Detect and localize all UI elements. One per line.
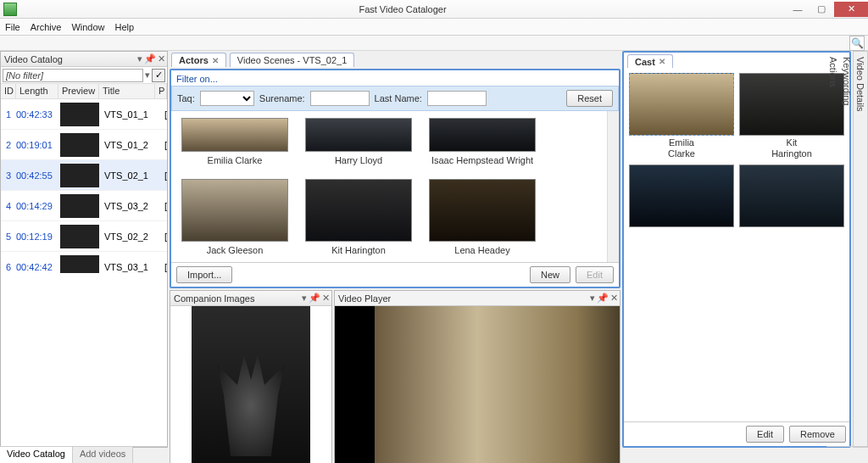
cast-thumb: [629, 73, 734, 136]
poster: GAME OF THRONES YOU WIN OR YOU DIE: [192, 306, 310, 463]
surename-input[interactable]: [310, 91, 370, 106]
reset-button[interactable]: Reset: [566, 90, 613, 107]
tab-actors[interactable]: Actors✕: [171, 53, 226, 67]
panel-dropdown-icon[interactable]: ▾: [590, 293, 595, 304]
edit-button[interactable]: Edit: [576, 266, 614, 283]
catalog-row[interactable]: 300:42:55VTS_02_1[: [1, 160, 167, 191]
window-controls: — ▢ ✕: [785, 2, 868, 17]
throne-icon: [217, 354, 285, 456]
companion-images-panel: Companion Images ▾📌✕ GAME OF THRONES YOU…: [170, 290, 332, 463]
thumb-icon: [60, 255, 99, 274]
side-tab-actions[interactable]: Actions: [826, 52, 840, 447]
thumb-icon: [60, 164, 99, 187]
actor-grid-row2: Jack Gleeson Kit Harington Lena Headey: [171, 172, 607, 262]
catalog-row[interactable]: 600:42:42VTS_03_1[: [1, 252, 167, 273]
cast-card[interactable]: EmiliaClarke: [629, 73, 734, 159]
search-icon[interactable]: 🔍: [849, 36, 865, 51]
close-icon[interactable]: ✕: [212, 56, 219, 65]
side-tab-keywording[interactable]: Keywording: [840, 52, 854, 447]
cast-grid: EmiliaClarke KitHarington: [624, 68, 849, 421]
col-id[interactable]: ID: [1, 84, 16, 98]
filter-on-label: Filter on...: [176, 74, 218, 84]
tab-cast[interactable]: Cast✕: [627, 54, 673, 68]
close-button[interactable]: ✕: [834, 2, 868, 17]
menubar: File Archive Window Help: [0, 19, 868, 36]
actor-thumb: [305, 179, 412, 242]
col-p[interactable]: P: [155, 84, 167, 98]
actor-card[interactable]: Jack Gleeson: [181, 179, 288, 255]
col-preview[interactable]: Preview: [58, 84, 99, 98]
side-tab-video-details[interactable]: Video Details: [854, 52, 867, 447]
tag-select[interactable]: [200, 91, 254, 106]
catalog-row[interactable]: 100:42:33VTS_01_1[: [1, 99, 167, 130]
catalog-row[interactable]: 500:12:19VTS_02_2[: [1, 221, 167, 252]
actor-card[interactable]: Harry Lloyd: [305, 118, 412, 165]
cast-panel: Cast✕ EmiliaClarke KitHarington Edit Rem…: [622, 51, 851, 448]
thumb-icon: [60, 133, 99, 157]
actor-card[interactable]: Lena Headey: [429, 179, 536, 255]
panel-pin-icon[interactable]: 📌: [309, 293, 320, 304]
panel-pin-icon[interactable]: 📌: [144, 53, 156, 64]
toolbar: 🔍: [0, 36, 868, 51]
tag-label: Taq:: [177, 93, 195, 103]
center-column: Actors✕ Video Scenes - VTS_02_1 Filter o…: [168, 51, 622, 448]
catalog-row[interactable]: 400:14:29VTS_03_2[: [1, 191, 167, 221]
left-bottom-tabs: Video Catalog Add videos: [0, 446, 168, 463]
companion-header: Companion Images ▾📌✕: [170, 291, 331, 306]
import-button[interactable]: Import...: [176, 266, 232, 283]
titlebar: Fast Video Cataloger — ▢ ✕: [0, 0, 868, 19]
col-title[interactable]: Title: [99, 84, 155, 98]
cast-edit-button[interactable]: Edit: [746, 426, 784, 443]
actors-panel: Filter on... Taq: Surename: Last Name: R…: [170, 69, 620, 288]
menu-window[interactable]: Window: [71, 22, 104, 32]
player-canvas[interactable]: [335, 306, 620, 463]
panel-dropdown-icon[interactable]: ▾: [137, 53, 142, 64]
actor-card[interactable]: Isaac Hempstead Wright: [429, 118, 536, 165]
workspace: Video Catalog ▾ 📌 ✕ ▾ ✓ ID Length Previe…: [0, 51, 868, 448]
actor-thumb: [181, 118, 288, 152]
catalog-row[interactable]: 200:19:01VTS_01_2[: [1, 130, 167, 160]
maximize-button[interactable]: ▢: [810, 2, 832, 17]
center-tabs: Actors✕ Video Scenes - VTS_02_1: [170, 51, 620, 67]
panel-close-icon[interactable]: ✕: [158, 53, 165, 64]
menu-file[interactable]: File: [5, 22, 20, 32]
panel-dropdown-icon[interactable]: ▾: [302, 293, 307, 304]
actor-thumb: [305, 118, 412, 152]
actors-scrollbar[interactable]: [607, 111, 619, 262]
catalog-rows: 100:42:33VTS_01_1[ 200:19:01VTS_01_2[ 30…: [1, 99, 167, 273]
panel-close-icon[interactable]: ✕: [610, 293, 618, 304]
panel-close-icon[interactable]: ✕: [322, 293, 330, 304]
menu-help[interactable]: Help: [115, 22, 135, 32]
minimize-button[interactable]: —: [787, 2, 809, 17]
companion-image[interactable]: GAME OF THRONES YOU WIN OR YOU DIE: [170, 306, 331, 463]
thumb-icon: [60, 225, 99, 248]
panel-pin-icon[interactable]: 📌: [597, 293, 609, 304]
actor-thumb: [429, 179, 536, 242]
surename-label: Surename:: [259, 93, 305, 103]
filter-toggle-button[interactable]: ✓: [152, 69, 165, 82]
cast-card[interactable]: [629, 165, 734, 227]
catalog-filter-input[interactable]: [3, 69, 143, 82]
player-header: Video Player ▾📌✕: [335, 291, 620, 306]
new-button[interactable]: New: [530, 266, 570, 283]
chevron-down-icon[interactable]: ▾: [145, 70, 150, 81]
right-column: Cast✕ EmiliaClarke KitHarington Edit Rem…: [622, 51, 868, 448]
lower-row: Companion Images ▾📌✕ GAME OF THRONES YOU…: [170, 290, 620, 463]
tab-add-videos[interactable]: Add videos: [73, 447, 133, 463]
catalog-header: Video Catalog ▾ 📌 ✕: [1, 52, 167, 67]
close-icon[interactable]: ✕: [659, 57, 665, 66]
cast-footer: Edit Remove: [624, 421, 849, 446]
col-length[interactable]: Length: [16, 84, 58, 98]
app-icon: [3, 3, 17, 16]
actor-card[interactable]: Kit Harington: [305, 179, 412, 255]
actor-thumb: [429, 118, 536, 152]
menu-archive[interactable]: Archive: [31, 22, 62, 32]
video-player-panel: Video Player ▾📌✕: [334, 290, 620, 463]
catalog-title: Video Catalog: [4, 54, 63, 64]
tab-video-catalog[interactable]: Video Catalog: [0, 447, 73, 463]
tab-video-scenes[interactable]: Video Scenes - VTS_02_1: [230, 53, 354, 67]
catalog-filter-row: ▾ ✓: [1, 67, 167, 84]
actor-card[interactable]: Emilia Clarke: [181, 118, 288, 165]
lastname-input[interactable]: [427, 91, 487, 106]
actor-thumb: [181, 179, 288, 242]
